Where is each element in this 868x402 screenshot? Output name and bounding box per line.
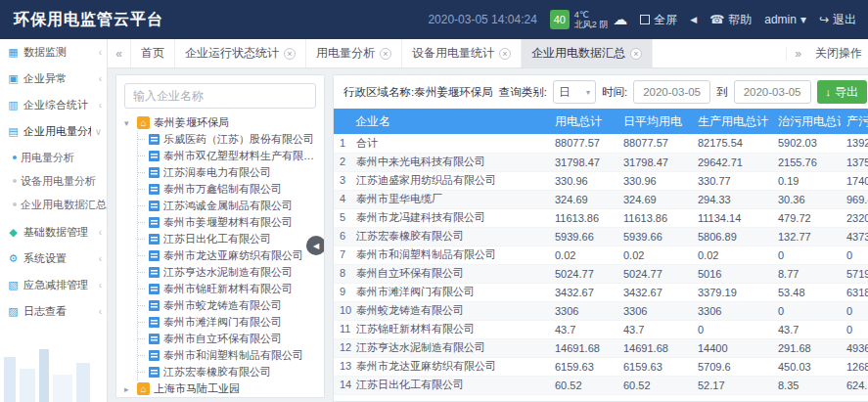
tree-item-label: 江苏宏泰橡胶有限公司 [163, 365, 271, 380]
tree-expanded-icon[interactable]: ▾ [124, 118, 133, 128]
tree-root-node-1[interactable]: ▸⌂上海市马陆工业园 [124, 380, 322, 397]
table-row[interactable]: 1合计88077.5788077.5782175.545902.031392.3… [334, 134, 868, 153]
tree-branch-line [138, 338, 145, 339]
table-row[interactable]: 12江苏亨达水泥制造有限公司14691.6814691.6814400291.6… [334, 338, 868, 357]
value-cell: 11613.86 [549, 208, 617, 227]
tabs-scroll-left-icon[interactable]: « [108, 39, 131, 67]
tree-item[interactable]: 泰州市滩洋阀门有限公司 [138, 314, 322, 331]
table-row[interactable]: 7泰州市和润塑料制品有限公司0.020.020.0200 [334, 246, 868, 264]
row-number: 1 [340, 137, 356, 149]
tree-collapsed-icon[interactable]: ▸ [124, 384, 133, 394]
tabs-scroll-right-icon[interactable]: » [786, 47, 809, 61]
logout-button[interactable]: ↪ 退出 [819, 12, 856, 28]
table-row[interactable]: 10泰州蛟龙铸造有限公司33063306330600 [334, 301, 868, 320]
tree-item[interactable]: 江苏亨达水泥制造有限公司 [138, 264, 322, 281]
company-name: 泰州市滩洋阀门有限公司 [356, 286, 475, 297]
sidebar-item-4[interactable]: ◆基础数据管理‹ [0, 219, 107, 246]
sidebar-item-7[interactable]: ▨日志查看‹ [0, 298, 107, 325]
tab-1[interactable]: 企业运行状态统计× [175, 39, 306, 67]
tree-item[interactable]: 江苏日出化工有限公司 [138, 231, 322, 247]
tree-item-label: 泰州市自立环保有限公司 [163, 332, 282, 346]
log-icon: ▨ [7, 305, 20, 318]
tab-close-icon[interactable]: × [284, 48, 296, 60]
building-icon [149, 217, 160, 228]
tab-2[interactable]: 用电量分析× [306, 39, 402, 67]
tree-item[interactable]: 江苏宏泰橡胶有限公司 [138, 364, 322, 380]
table-row[interactable]: 14江苏日出化工有限公司60.5260.5252.178.35624.79 [334, 376, 868, 394]
building-icon [149, 350, 160, 361]
table-row[interactable]: 11江苏锦旺新材料有限公司43.743.7043.70 [334, 320, 868, 338]
table-row[interactable]: 13泰州市龙达亚麻纺织有限公司6159.636159.635709.6450.0… [334, 357, 868, 376]
table-scroll-area[interactable]: 企业名用电总计日平均用电生产用电总计治污用电总计产污/治污(用电)1合计8807… [334, 109, 868, 401]
tree-root-node-0[interactable]: ▾⌂泰州姜堰环保局 [124, 114, 322, 131]
table-row[interactable]: 3江苏迪盛家用纺织品有限公司330.96330.96330.770.191740… [334, 171, 868, 190]
tab-close-icon[interactable]: × [380, 48, 391, 60]
building-icon [149, 334, 160, 344]
sidebar-item-1[interactable]: ▣企业异常‹ [0, 66, 107, 92]
tree-branch-line [138, 139, 145, 140]
notice-collapse-icon[interactable]: ◀ [690, 15, 697, 24]
table-row[interactable]: 9泰州市滩洋阀门有限公司3432.673432.673379.1953.4863… [334, 283, 868, 301]
value-cell: 29642.71 [692, 153, 772, 171]
table-row[interactable]: 4泰州市里华电缆厂324.69324.69294.3330.36969.47 [334, 190, 868, 208]
query-type-select[interactable]: 日 ▾ [553, 80, 596, 104]
tree-item[interactable]: 泰州市蛟龙铸造有限公司 [138, 297, 322, 314]
value-cell: 11613.86 [617, 208, 692, 227]
tree-item[interactable]: 泰州市和润塑料制品有限公司 [138, 347, 322, 364]
company-cell: 5泰州市龙冯建科技有限公司 [334, 208, 549, 227]
tree-item[interactable]: 泰州市万鑫铝制有限公司 [138, 181, 322, 198]
tab-0[interactable]: 首页 [131, 39, 175, 67]
user-menu[interactable]: admin ▾ [764, 13, 806, 26]
value-cell: 1375.05 [841, 153, 868, 171]
tab-label: 企业运行状态统计 [185, 45, 279, 62]
tree-item[interactable]: 江苏鸿诚金属制品有限公司 [138, 198, 322, 214]
tree-item[interactable]: 泰州市锦旺新材料有限公司 [138, 281, 322, 297]
fullscreen-button[interactable]: 全屏 [640, 12, 677, 28]
tree-item[interactable]: 江苏润泰电力有限公司 [138, 164, 322, 181]
sidebar-item-0[interactable]: ▦数据监测‹ [0, 39, 107, 66]
row-number: 9 [340, 286, 356, 297]
tree-item-label: 泰州市锦旺新材料有限公司 [163, 282, 293, 296]
date-to-input[interactable]: 2020-03-05 [734, 80, 811, 104]
tab-3[interactable]: 设备用电量统计× [402, 39, 522, 67]
phone-icon: ☎ [709, 13, 724, 26]
tab-close-icon[interactable]: × [499, 48, 511, 60]
sidebar-item-2[interactable]: ▥企业综合统计‹ [0, 92, 107, 118]
sidebar-item-5[interactable]: ⚙系统设置‹ [0, 246, 107, 272]
tree-branch-line [138, 289, 145, 290]
sidebar-item-6[interactable]: ▧应急减排管理‹ [0, 272, 107, 298]
tab-4[interactable]: 企业用电数据汇总× [522, 39, 653, 67]
table-row[interactable]: 2泰州中来光电科技有限公司31798.4731798.4729642.71215… [334, 153, 868, 171]
value-cell: 0 [841, 301, 868, 320]
close-operations-menu[interactable]: 关闭操作 [809, 45, 868, 62]
tree-item[interactable]: 泰州市双亿塑型材料生产有限公司 [138, 148, 322, 164]
enterprise-search-input[interactable] [124, 83, 316, 109]
company-cell: 7泰州市和润塑料制品有限公司 [334, 246, 549, 264]
value-cell: 0 [692, 320, 772, 338]
export-button[interactable]: ↓ 导出 [817, 80, 868, 104]
sidebar-item-3[interactable]: ▤企业用电量分析∨ [0, 118, 107, 145]
help-button[interactable]: ☎ 帮助 [709, 12, 752, 28]
building-icon [149, 300, 160, 311]
panel-collapse-button[interactable]: ◀ [306, 236, 325, 255]
table-row[interactable]: 5泰州市龙冯建科技有限公司11613.8611613.8611134.14479… [334, 208, 868, 227]
table-row[interactable]: 8泰州自立环保有限公司5024.775024.7750168.7757194.9… [334, 264, 868, 283]
table-row[interactable]: 6江苏宏泰橡胶有限公司5939.665939.665806.89132.7743… [334, 227, 868, 246]
tree-item[interactable]: 泰州市自立环保有限公司 [138, 331, 322, 347]
bullet-icon [13, 156, 17, 159]
value-cell: 5024.77 [549, 264, 617, 283]
bullet-icon [13, 202, 17, 206]
tree-item[interactable]: 泰州市龙达亚麻纺织有限公司 [138, 247, 322, 264]
tree-item[interactable]: 泰州市姜堰塑材料有限公司 [138, 214, 322, 231]
logout-label: 退出 [833, 12, 856, 28]
sidebar-subitem-1[interactable]: 设备用电量分析 [0, 169, 107, 193]
tab-close-icon[interactable]: × [630, 48, 642, 60]
row-number: 8 [340, 267, 356, 279]
sidebar-subitem-2[interactable]: 企业用电数据汇总 [0, 193, 107, 216]
value-cell: 0.02 [549, 246, 617, 264]
sidebar-subitem-0[interactable]: 用电量分析 [0, 146, 107, 169]
tree-item[interactable]: 乐威医药（江苏）股份有限公司 [138, 131, 322, 148]
date-from-input[interactable]: 2020-03-05 [633, 80, 710, 104]
content-area: ▾⌂泰州姜堰环保局乐威医药（江苏）股份有限公司泰州市双亿塑型材料生产有限公司江苏… [108, 68, 868, 402]
monitor-icon: ▦ [7, 46, 20, 59]
